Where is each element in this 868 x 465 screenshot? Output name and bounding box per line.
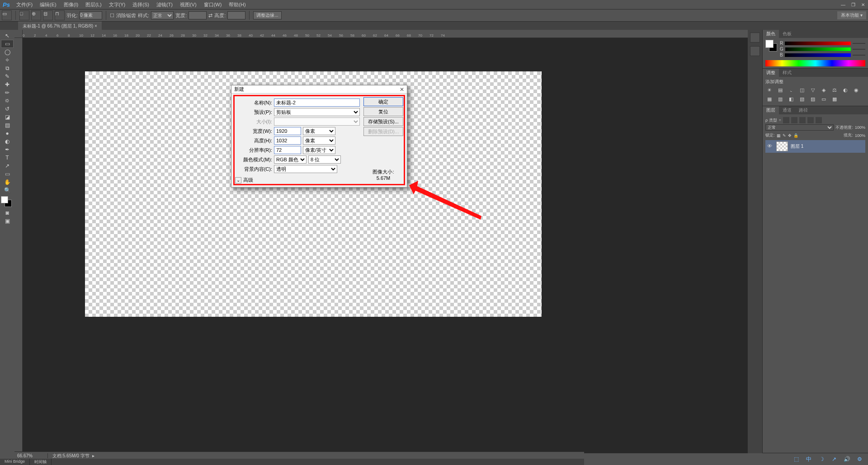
brightness-icon[interactable]: ☀ <box>765 87 774 93</box>
maximize-button[interactable]: ❐ <box>848 1 858 8</box>
collapsed-panel-icon[interactable] <box>750 46 760 56</box>
eyedropper-tool-icon[interactable]: ✎ <box>1 72 14 80</box>
layer-thumb[interactable] <box>776 141 788 151</box>
menu-file[interactable]: 文件(F) <box>13 0 36 9</box>
zoom-level[interactable]: 66.67% <box>14 453 48 458</box>
type-tool-icon[interactable]: T <box>1 154 14 162</box>
swap-wh-icon[interactable]: ⇄ <box>208 13 212 19</box>
document-tab[interactable]: 未标题-1 @ 66.7% (图层 1, RGB/8) × <box>18 22 102 30</box>
save-preset-button[interactable]: 存储预设(S)... <box>363 117 403 126</box>
threshold-icon[interactable]: ▨ <box>809 96 817 102</box>
reset-button[interactable]: 复位 <box>363 107 403 116</box>
blend-mode-select[interactable]: 正常 <box>765 124 834 131</box>
width-unit-select[interactable]: 像素 <box>303 127 335 135</box>
minimize-button[interactable]: — <box>838 1 848 8</box>
foreground-color[interactable] <box>1 196 8 203</box>
vibrance-icon[interactable]: ▽ <box>809 87 817 93</box>
menu-select[interactable]: 选择(S) <box>129 0 153 9</box>
lock-pixel-icon[interactable]: ✎ <box>783 133 786 138</box>
menu-image[interactable]: 图像(I) <box>60 0 82 9</box>
depth-select[interactable]: 8 位 <box>308 155 341 164</box>
hand-tool-icon[interactable]: ✋ <box>1 178 14 186</box>
selection-new-icon[interactable]: □ <box>19 10 29 20</box>
opacity-value[interactable]: 100% <box>855 125 865 130</box>
brush-tool-icon[interactable]: ✏ <box>1 89 14 97</box>
settings-icon[interactable]: ⚙ <box>855 455 863 463</box>
ime-icon[interactable]: 中 <box>805 455 813 463</box>
antialias-checkbox[interactable]: ☐ <box>110 13 114 19</box>
blur-tool-icon[interactable]: ● <box>1 129 14 137</box>
photofilter-icon[interactable]: ◉ <box>852 87 860 93</box>
g-slider[interactable] <box>785 47 851 51</box>
advanced-toggle[interactable]: 高级 <box>235 177 360 183</box>
lock-all-icon[interactable]: 🔒 <box>793 133 798 138</box>
feather-input[interactable] <box>80 11 102 19</box>
foreground-background-swatch[interactable] <box>1 196 12 207</box>
res-unit-select[interactable]: 像素/英寸 <box>303 146 335 154</box>
width-input-dlg[interactable] <box>274 127 301 135</box>
menu-filter[interactable]: 滤镜(T) <box>153 0 176 9</box>
collapsed-panel-icon[interactable] <box>750 33 760 42</box>
exposure-icon[interactable]: ◫ <box>798 87 806 93</box>
preset-select[interactable]: 剪贴板 <box>274 108 360 116</box>
menu-type[interactable]: 文字(Y) <box>105 0 129 9</box>
selection-intersect-icon[interactable]: ⊓ <box>55 10 65 20</box>
lock-trans-icon[interactable]: ▦ <box>777 133 781 138</box>
name-input[interactable] <box>274 99 360 107</box>
swatches-tab[interactable]: 色板 <box>779 30 795 38</box>
dodge-tool-icon[interactable]: ◐ <box>1 137 14 146</box>
menu-edit[interactable]: 编辑(E) <box>36 0 60 9</box>
layer-name[interactable]: 图层 1 <box>791 143 803 150</box>
lasso-tool-icon[interactable]: ◯ <box>1 48 14 56</box>
hue-icon[interactable]: ◈ <box>820 87 828 93</box>
tray-icon[interactable]: ⬚ <box>792 455 800 463</box>
menu-layer[interactable]: 图层(L) <box>82 0 105 9</box>
gradmap-icon[interactable]: ▭ <box>820 96 828 102</box>
menu-help[interactable]: 帮助(H) <box>225 0 249 9</box>
filter-pixel-icon[interactable] <box>783 117 789 123</box>
layer-row[interactable]: 👁 图层 1 <box>765 140 865 153</box>
filter-adj-icon[interactable] <box>791 117 797 123</box>
selcolor-icon[interactable]: ▩ <box>830 96 839 102</box>
chanmix-icon[interactable]: ▦ <box>765 96 774 102</box>
r-slider[interactable] <box>785 42 851 45</box>
pen-tool-icon[interactable]: ✒ <box>1 146 14 154</box>
spectrum-picker[interactable] <box>765 60 865 66</box>
ok-button[interactable]: 确定 <box>363 97 403 106</box>
height-unit-select[interactable]: 像素 <box>303 136 335 145</box>
history-brush-tool-icon[interactable]: ↺ <box>1 105 14 113</box>
height-input-dlg[interactable] <box>274 136 301 145</box>
lookup-icon[interactable]: ▥ <box>776 96 784 102</box>
height-input[interactable] <box>227 11 245 19</box>
res-input[interactable] <box>274 146 301 154</box>
screenmode-icon[interactable]: ▣ <box>1 217 14 225</box>
width-input[interactable] <box>189 11 207 19</box>
bg-select[interactable]: 透明 <box>274 165 337 173</box>
color-tab[interactable]: 颜色 <box>763 30 779 38</box>
shape-tool-icon[interactable]: ▭ <box>1 170 14 178</box>
workspace-selector[interactable]: 基本功能 ▾ <box>837 11 866 19</box>
selection-sub-icon[interactable]: ⊟ <box>43 10 53 20</box>
filter-shape-icon[interactable] <box>807 117 814 123</box>
colorbal-icon[interactable]: ⚖ <box>830 87 839 93</box>
b-value[interactable] <box>853 55 865 56</box>
eraser-tool-icon[interactable]: ◪ <box>1 113 14 121</box>
dialog-close-icon[interactable]: ✕ <box>400 86 404 93</box>
b-slider[interactable] <box>785 53 851 57</box>
path-select-tool-icon[interactable]: ↗ <box>1 162 14 170</box>
wand-tool-icon[interactable]: ✧ <box>1 56 14 64</box>
marquee-tool-icon[interactable]: ▭ <box>1 40 14 48</box>
heal-tool-icon[interactable]: ✚ <box>1 80 14 89</box>
lock-pos-icon[interactable]: ✥ <box>788 133 792 138</box>
zoom-tool-icon[interactable]: 🔍 <box>1 186 14 194</box>
selection-add-icon[interactable]: ⊕ <box>31 10 41 20</box>
bw-icon[interactable]: ◐ <box>841 87 849 93</box>
curves-icon[interactable]: ⦦ <box>787 87 795 93</box>
tray-icon[interactable]: ↗ <box>830 455 838 463</box>
close-button[interactable]: ✕ <box>858 1 868 8</box>
paths-tab[interactable]: 路径 <box>795 106 811 114</box>
gradient-tool-icon[interactable]: ▤ <box>1 121 14 129</box>
levels-icon[interactable]: ▤ <box>776 87 784 93</box>
channels-tab[interactable]: 通道 <box>779 106 795 114</box>
marquee-tool-icon[interactable]: ▭ <box>2 10 12 20</box>
